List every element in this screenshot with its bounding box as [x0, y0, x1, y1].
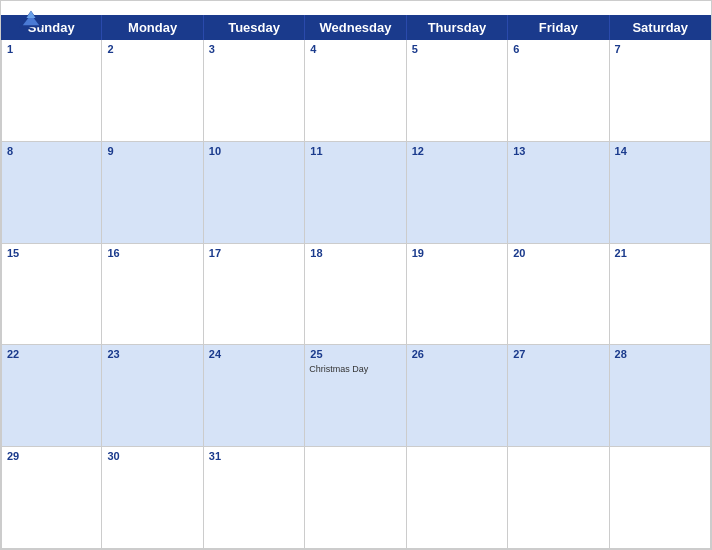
day-cell-7: 7: [610, 40, 711, 142]
day-number: 28: [610, 345, 710, 363]
day-header-tuesday: Tuesday: [204, 15, 305, 40]
day-number: 5: [407, 40, 507, 58]
day-cell-28: 28: [610, 345, 711, 447]
day-number: 29: [2, 447, 101, 465]
calendar-container: Sunday Monday Tuesday Wednesday Thursday…: [0, 0, 712, 550]
day-cell-1: 1: [1, 40, 102, 142]
day-cell-13: 13: [508, 142, 609, 244]
day-header-monday: Monday: [102, 15, 203, 40]
day-number: 21: [610, 244, 710, 262]
day-cell-31: 31: [204, 447, 305, 549]
day-cell-14: 14: [610, 142, 711, 244]
day-cell-6: 6: [508, 40, 609, 142]
day-header-thursday: Thursday: [407, 15, 508, 40]
days-header: Sunday Monday Tuesday Wednesday Thursday…: [1, 15, 711, 40]
week-row-3: 22232425Christmas Day262728: [1, 345, 711, 447]
day-number: 13: [508, 142, 608, 160]
day-cell-10: 10: [204, 142, 305, 244]
day-cell-2: 2: [102, 40, 203, 142]
day-cell-9: 9: [102, 142, 203, 244]
day-number: 22: [2, 345, 101, 363]
day-cell-12: 12: [407, 142, 508, 244]
day-number: 6: [508, 40, 608, 58]
day-number: 11: [305, 142, 405, 160]
day-event: Christmas Day: [305, 363, 405, 375]
day-cell-8: 8: [1, 142, 102, 244]
day-number: 3: [204, 40, 304, 58]
day-cell-27: 27: [508, 345, 609, 447]
day-cell-11: 11: [305, 142, 406, 244]
calendar-body: 1234567891011121314151617181920212223242…: [1, 40, 711, 549]
day-cell-26: 26: [407, 345, 508, 447]
day-cell-15: 15: [1, 244, 102, 346]
logo-icon: [17, 9, 45, 29]
day-cell-19: 19: [407, 244, 508, 346]
week-row-4: 293031: [1, 447, 711, 549]
svg-marker-2: [26, 11, 35, 18]
day-number: 20: [508, 244, 608, 262]
day-number: 12: [407, 142, 507, 160]
week-row-0: 1234567: [1, 40, 711, 142]
day-number: 14: [610, 142, 710, 160]
day-number: 2: [102, 40, 202, 58]
day-number: 19: [407, 244, 507, 262]
day-header-friday: Friday: [508, 15, 609, 40]
day-cell-5: 5: [407, 40, 508, 142]
day-header-saturday: Saturday: [610, 15, 711, 40]
week-row-2: 15161718192021: [1, 244, 711, 346]
day-cell-25: 25Christmas Day: [305, 345, 406, 447]
day-number: 18: [305, 244, 405, 262]
day-number: 27: [508, 345, 608, 363]
day-number: 30: [102, 447, 202, 465]
calendar-header: [1, 1, 711, 15]
day-cell-29: 29: [1, 447, 102, 549]
day-number: 4: [305, 40, 405, 58]
day-number: 24: [204, 345, 304, 363]
day-number: 17: [204, 244, 304, 262]
day-cell-24: 24: [204, 345, 305, 447]
day-number: 9: [102, 142, 202, 160]
day-number: 26: [407, 345, 507, 363]
day-cell-17: 17: [204, 244, 305, 346]
day-cell-30: 30: [102, 447, 203, 549]
day-number: 7: [610, 40, 710, 58]
day-number: 16: [102, 244, 202, 262]
day-number: 10: [204, 142, 304, 160]
day-cell-empty: [508, 447, 609, 549]
day-cell-18: 18: [305, 244, 406, 346]
day-number: 23: [102, 345, 202, 363]
day-cell-20: 20: [508, 244, 609, 346]
day-number: 8: [2, 142, 101, 160]
day-cell-16: 16: [102, 244, 203, 346]
day-cell-23: 23: [102, 345, 203, 447]
week-row-1: 891011121314: [1, 142, 711, 244]
day-number: 15: [2, 244, 101, 262]
day-number: 1: [2, 40, 101, 58]
day-cell-empty: [305, 447, 406, 549]
day-number: 31: [204, 447, 304, 465]
day-cell-empty: [610, 447, 711, 549]
day-cell-4: 4: [305, 40, 406, 142]
day-cell-22: 22: [1, 345, 102, 447]
day-cell-21: 21: [610, 244, 711, 346]
day-cell-empty: [407, 447, 508, 549]
day-header-wednesday: Wednesday: [305, 15, 406, 40]
logo-area: [17, 9, 48, 29]
day-number: 25: [305, 345, 405, 363]
day-cell-3: 3: [204, 40, 305, 142]
